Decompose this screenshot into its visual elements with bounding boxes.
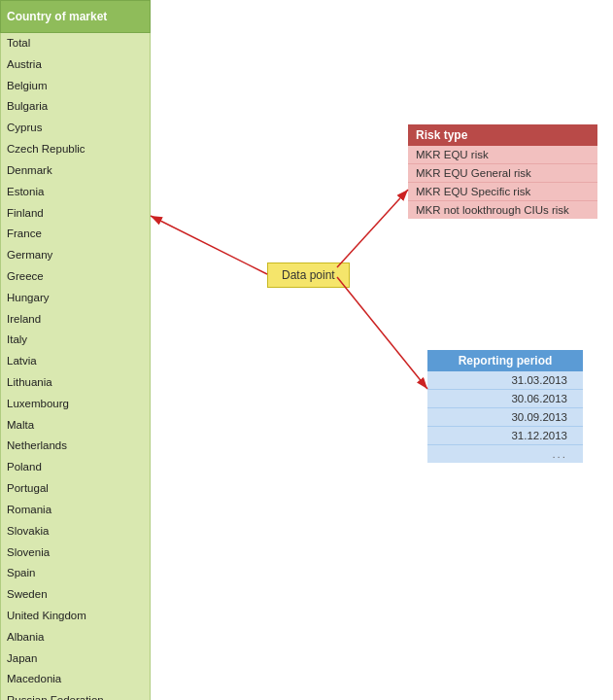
risk-header-label: Risk type [416,128,467,142]
country-item[interactable]: Bulgaria [1,96,150,118]
reporting-header-label: Reporting period [459,354,553,368]
datapoint-label: Data point [282,268,335,282]
country-item[interactable]: Russian Federation [1,690,150,700]
reporting-panel: Reporting period 31.03.201330.06.201330.… [427,350,583,463]
reporting-list: 31.03.201330.06.201330.09.201331.12.2013… [427,371,583,463]
country-panel: Country of market TotalAustriaBelgiumBul… [0,0,151,700]
datapoint-box[interactable]: Data point [267,262,350,288]
country-item[interactable]: Sweden [1,584,150,606]
country-item[interactable]: Cyprus [1,118,150,139]
country-item[interactable]: France [1,224,150,245]
country-item[interactable]: Germany [1,245,150,266]
risk-item[interactable]: MKR not lookthrough CIUs risk [408,201,597,219]
country-item[interactable]: Lithuania [1,372,150,394]
country-header-label: Country of market [7,10,107,23]
country-item[interactable]: Slovakia [1,521,150,542]
country-item[interactable]: United Kingdom [1,606,150,627]
country-item[interactable]: Estonia [1,182,150,203]
reporting-item[interactable]: 31.12.2013 [427,427,583,445]
risk-item[interactable]: MKR EQU General risk [408,164,597,183]
country-item[interactable]: Ireland [1,309,150,331]
country-item[interactable]: Poland [1,457,150,478]
country-item[interactable]: Denmark [1,160,150,182]
country-item[interactable]: Japan [1,648,150,670]
country-item[interactable]: Spain [1,563,150,584]
svg-line-0 [151,216,267,274]
country-item[interactable]: Luxembourg [1,394,150,415]
country-item[interactable]: Romania [1,500,150,521]
reporting-header: Reporting period [427,350,583,371]
reporting-item[interactable]: 30.09.2013 [427,408,583,427]
country-item[interactable]: Finland [1,203,150,225]
country-item[interactable]: Hungary [1,288,150,309]
reporting-item[interactable]: 30.06.2013 [427,390,583,408]
country-item[interactable]: Macedonia [1,669,150,690]
country-item[interactable]: Total [1,33,150,54]
reporting-item[interactable]: 31.03.2013 [427,371,583,390]
risk-list: MKR EQU riskMKR EQU General riskMKR EQU … [408,146,597,219]
risk-header: Risk type [408,124,597,146]
risk-item[interactable]: MKR EQU Specific risk [408,183,597,201]
country-list: TotalAustriaBelgiumBulgariaCyprusCzech R… [0,33,151,700]
svg-line-1 [337,190,408,267]
svg-line-2 [337,277,427,389]
country-item[interactable]: Greece [1,266,150,288]
country-item[interactable]: Portugal [1,478,150,500]
risk-panel: Risk type MKR EQU riskMKR EQU General ri… [408,124,597,219]
risk-item[interactable]: MKR EQU risk [408,146,597,164]
reporting-item[interactable]: ... [427,445,583,463]
country-item[interactable]: Netherlands [1,436,150,457]
country-item[interactable]: Albania [1,627,150,648]
country-item[interactable]: Malta [1,415,150,437]
country-item[interactable]: Italy [1,330,150,351]
country-item[interactable]: Czech Republic [1,139,150,160]
country-item[interactable]: Latvia [1,351,150,372]
country-header: Country of market [0,0,151,33]
country-item[interactable]: Slovenia [1,542,150,564]
country-item[interactable]: Belgium [1,76,150,97]
country-item[interactable]: Austria [1,54,150,76]
